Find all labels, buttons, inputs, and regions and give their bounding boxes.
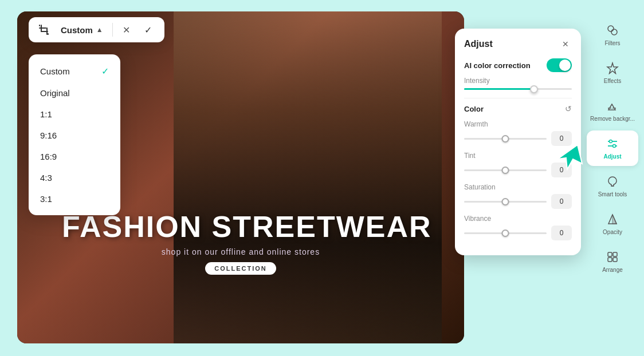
check-icon: ✓ xyxy=(101,66,109,77)
svg-rect-3 xyxy=(39,27,46,29)
remove-bg-icon xyxy=(605,98,620,113)
color-header: Color ↺ xyxy=(464,104,572,113)
saturation-value: 0 xyxy=(551,194,572,209)
sidebar-item-smart[interactable]: Smart tools xyxy=(587,168,638,204)
filters-icon xyxy=(605,23,620,38)
vibrance-thumb xyxy=(502,230,509,237)
dropdown-label-16-9: 16:9 xyxy=(40,152,57,161)
color-title: Color xyxy=(464,105,484,113)
svg-rect-5 xyxy=(48,33,49,35)
ai-row: AI color correction xyxy=(464,58,572,72)
model-figure xyxy=(174,11,442,343)
svg-rect-16 xyxy=(613,252,617,256)
panel-title: Adjust xyxy=(464,39,493,49)
saturation-row: Saturation 0 xyxy=(464,183,572,209)
chevron-up-icon: ▲ xyxy=(96,26,103,34)
smart-label: Smart tools xyxy=(598,191,627,198)
dropdown-label-original: Original xyxy=(40,88,70,98)
svg-rect-4 xyxy=(39,25,40,26)
confirm-button[interactable]: ✓ xyxy=(140,22,156,38)
toggle-thumb xyxy=(559,60,571,71)
intensity-fill xyxy=(464,88,534,90)
dropdown-label-1-1: 1:1 xyxy=(40,109,52,119)
intensity-label: Intensity xyxy=(464,77,572,85)
remove-bg-label: Remove backgr... xyxy=(590,116,635,122)
dropdown-label-3-1: 3:1 xyxy=(40,194,52,204)
adjust-label: Adjust xyxy=(603,153,621,160)
dropdown-item-4-3[interactable]: 4:3 xyxy=(29,167,120,188)
arrange-icon xyxy=(605,250,620,264)
dropdown-item-3-1[interactable]: 3:1 xyxy=(29,188,120,209)
dropdown-item-1-1[interactable]: 1:1 xyxy=(29,104,120,125)
dropdown-item-16-9[interactable]: 16:9 xyxy=(29,146,120,167)
section-divider xyxy=(464,98,572,98)
dropdown-item-9-16[interactable]: 9:16 xyxy=(29,125,120,146)
right-sidebar: Filters Effects Remove backgr... xyxy=(587,17,638,279)
vibrance-slider-row: 0 xyxy=(464,226,572,240)
vibrance-label: Vibrance xyxy=(464,215,572,223)
saturation-label: Saturation xyxy=(464,183,572,191)
crop-toolbar: Custom ▲ ✕ ✓ xyxy=(29,17,164,42)
intensity-thumb xyxy=(530,85,538,93)
color-section: Color ↺ Warmth 0 Tint 0 Sa xyxy=(464,104,572,240)
dropdown-label-4-3: 4:3 xyxy=(40,173,52,183)
dropdown-item-original[interactable]: Original xyxy=(29,82,120,104)
sidebar-item-arrange[interactable]: Arrange xyxy=(587,244,638,279)
vibrance-slider[interactable] xyxy=(464,232,547,234)
fashion-title: Fashion Streetwear xyxy=(62,209,419,244)
ai-toggle[interactable] xyxy=(547,58,572,72)
sidebar-item-filters[interactable]: Filters xyxy=(587,17,638,53)
saturation-slider[interactable] xyxy=(464,201,547,203)
filters-label: Filters xyxy=(604,40,620,47)
svg-rect-15 xyxy=(608,252,612,256)
sidebar-item-opacity[interactable]: Opacity xyxy=(587,206,638,242)
warmth-thumb xyxy=(502,135,509,143)
warmth-slider[interactable] xyxy=(464,138,547,140)
opacity-icon xyxy=(605,212,620,227)
saturation-slider-row: 0 xyxy=(464,194,572,209)
opacity-label: Opacity xyxy=(603,229,622,236)
dropdown-label-custom: Custom xyxy=(40,66,70,76)
svg-point-13 xyxy=(613,145,616,148)
panel-header: Adjust ✕ xyxy=(464,38,572,50)
ai-label: AI color correction xyxy=(464,61,531,70)
crop-icon xyxy=(37,22,52,37)
smart-icon xyxy=(605,174,620,189)
sidebar-item-adjust[interactable]: Adjust xyxy=(587,130,638,166)
tint-thumb xyxy=(502,167,509,174)
fashion-overlay: Fashion Streetwear shop it on our offlin… xyxy=(62,209,419,275)
svg-rect-2 xyxy=(46,27,48,35)
svg-point-6 xyxy=(608,26,614,31)
dropdown-label-9-16: 9:16 xyxy=(40,130,57,140)
tint-slider[interactable] xyxy=(464,169,547,171)
dropdown-item-custom[interactable]: Custom ✓ xyxy=(29,60,120,82)
vibrance-row: Vibrance 0 xyxy=(464,215,572,240)
saturation-thumb xyxy=(502,198,509,205)
sidebar-item-effects[interactable]: Effects xyxy=(587,55,638,90)
sidebar-item-remove-bg[interactable]: Remove backgr... xyxy=(587,93,638,128)
color-reset-button[interactable]: ↺ xyxy=(565,104,572,113)
effects-icon xyxy=(605,61,620,76)
effects-label: Effects xyxy=(604,78,621,85)
svg-rect-18 xyxy=(613,258,617,262)
ratio-label: Custom xyxy=(61,25,93,35)
ratio-selector[interactable]: Custom ▲ xyxy=(57,24,107,36)
collection-badge: COLLECTION xyxy=(205,262,276,275)
ai-section: AI color correction Intensity xyxy=(464,58,572,90)
svg-marker-8 xyxy=(607,63,618,74)
fashion-subtitle: shop it on our offline and online stores xyxy=(62,247,419,256)
vibrance-value: 0 xyxy=(551,226,572,240)
svg-point-7 xyxy=(611,29,617,35)
toolbar-divider xyxy=(112,23,113,37)
ratio-dropdown: Custom ✓ Original 1:1 9:16 16:9 4:3 3:1 xyxy=(29,54,120,215)
cancel-button[interactable]: ✕ xyxy=(119,22,135,38)
panel-close-button[interactable]: ✕ xyxy=(559,38,572,50)
adjust-icon xyxy=(605,136,620,151)
intensity-slider[interactable] xyxy=(464,88,572,90)
arrange-label: Arrange xyxy=(602,267,623,274)
svg-point-11 xyxy=(610,140,612,143)
svg-rect-17 xyxy=(608,258,612,262)
warmth-label: Warmth xyxy=(464,120,572,128)
